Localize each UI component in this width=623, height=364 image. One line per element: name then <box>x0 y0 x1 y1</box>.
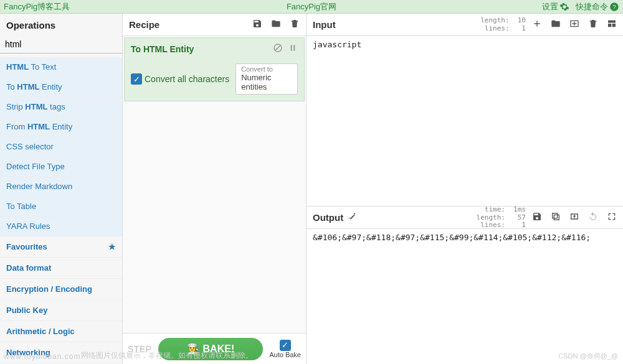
operations-list[interactable]: HTML To Text To HTML Entity Strip HTML t… <box>0 57 122 364</box>
maximize-icon[interactable] <box>607 212 617 223</box>
operations-panel: Operations HTML To Text To HTML Entity S… <box>0 14 123 364</box>
recipe-body[interactable]: To HTML Entity ✓ Convert all characters … <box>123 36 306 333</box>
open-folder-icon[interactable] <box>551 19 561 30</box>
output-header-icons <box>532 212 617 223</box>
auto-bake-label: Auto Bake <box>269 351 301 358</box>
arg-select-label: Convert to <box>241 65 292 73</box>
save-output-icon[interactable] <box>532 212 542 223</box>
operations-title: Operations <box>0 14 122 35</box>
operation-result[interactable]: To HTML Entity <box>0 77 122 97</box>
svg-line-3 <box>275 45 280 50</box>
top-bar: FancyPig博客工具 FancyPig官网 设置 快捷命令 ? <box>0 0 623 14</box>
svg-rect-5 <box>293 45 295 50</box>
recipe-header: Recipe <box>123 14 306 36</box>
svg-rect-8 <box>612 24 616 27</box>
operations-search-input[interactable] <box>0 35 122 54</box>
quick-command-link[interactable]: 快捷命令 ? <box>576 1 619 12</box>
copy-output-icon[interactable] <box>551 212 561 223</box>
recipe-operation-card[interactable]: To HTML Entity ✓ Convert all characters … <box>124 37 305 101</box>
input-title: Input <box>313 19 336 30</box>
settings-link[interactable]: 设置 <box>542 1 569 12</box>
chef-icon: 👨‍🍳 <box>187 343 199 355</box>
checkmark-icon: ✓ <box>131 73 142 85</box>
clear-input-icon[interactable] <box>588 19 598 30</box>
bake-label: BAKE! <box>203 343 235 355</box>
folder-icon[interactable] <box>271 19 281 30</box>
input-header: Input length: 10 lines: 1 <box>307 14 623 36</box>
topbar-center-link[interactable]: FancyPig官网 <box>287 1 336 12</box>
arg-select-value: Numeric entities <box>241 73 292 91</box>
operation-result[interactable]: Detect File Type <box>0 157 122 177</box>
input-pane: Input length: 10 lines: 1 javascript <box>307 14 623 206</box>
svg-rect-7 <box>608 24 611 27</box>
svg-rect-6 <box>608 21 616 23</box>
bake-button[interactable]: 👨‍🍳 BAKE! <box>158 338 264 360</box>
recipe-title: Recipe <box>129 19 159 30</box>
trash-icon[interactable] <box>290 19 300 30</box>
input-header-icons <box>532 19 617 30</box>
output-title: Output <box>313 212 343 223</box>
checkmark-icon: ✓ <box>280 340 291 351</box>
arg-convert-to-select[interactable]: Convert to Numeric entities <box>235 63 298 95</box>
recipe-op-args: ✓ Convert all characters Convert to Nume… <box>125 60 304 101</box>
pause-icon[interactable] <box>288 43 298 55</box>
operation-result[interactable]: Render Markdown <box>0 177 122 197</box>
gear-icon <box>559 2 569 12</box>
input-textarea[interactable]: javascript <box>307 36 623 206</box>
operation-result[interactable]: CSS selector <box>0 137 122 157</box>
operation-result[interactable]: YARA Rules <box>0 217 122 236</box>
operations-search-wrapper <box>0 35 122 54</box>
input-stats: length: 10 lines: 1 <box>480 17 526 32</box>
operation-result[interactable]: To Table <box>0 197 122 217</box>
category-item[interactable]: Encryption / Encoding <box>0 279 122 300</box>
add-tab-icon[interactable] <box>532 19 542 30</box>
io-panel: Input length: 10 lines: 1 javascript Out… <box>307 14 623 364</box>
topbar-right: 设置 快捷命令 ? <box>542 1 619 12</box>
output-pane: Output time: 1ms length: 57 lines: 1 &#1… <box>307 206 623 364</box>
category-item[interactable]: Public Key <box>0 300 122 321</box>
recipe-op-name: To HTML Entity <box>131 44 194 54</box>
arg-checkbox-label: Convert all characters <box>145 74 229 84</box>
bake-row: STEP 👨‍🍳 BAKE! ✓ Auto Bake <box>123 333 306 364</box>
output-textarea[interactable]: &#106;&#97;&#118;&#97;&#115;&#99;&#114;&… <box>307 229 623 364</box>
output-stats: time: 1ms length: 57 lines: 1 <box>477 206 526 228</box>
recipe-panel: Recipe To HTML Entity ✓ <box>123 14 307 364</box>
category-item[interactable]: Networking <box>0 342 122 363</box>
help-icon: ? <box>609 2 619 12</box>
svg-rect-10 <box>553 213 558 218</box>
recipe-op-title-row: To HTML Entity <box>125 38 304 60</box>
recipe-header-icons <box>252 19 300 30</box>
disable-icon[interactable] <box>273 43 283 55</box>
star-icon: ★ <box>108 242 116 251</box>
replace-input-icon[interactable] <box>569 212 579 223</box>
undo-icon[interactable] <box>588 212 598 223</box>
category-item[interactable]: Data format <box>0 258 122 279</box>
operation-result[interactable]: From HTML Entity <box>0 117 122 137</box>
svg-rect-4 <box>291 45 292 50</box>
svg-rect-9 <box>554 215 559 220</box>
quick-label: 快捷命令 <box>576 1 608 12</box>
save-icon[interactable] <box>252 19 262 30</box>
arg-convert-all-checkbox[interactable]: ✓ Convert all characters <box>131 73 229 85</box>
svg-text:?: ? <box>612 4 616 10</box>
settings-label: 设置 <box>542 1 558 12</box>
open-file-icon[interactable] <box>569 19 579 30</box>
step-button[interactable]: STEP <box>128 344 152 354</box>
category-label: Favourites <box>6 242 47 251</box>
category-item[interactable]: Arithmetic / Logic <box>0 321 122 342</box>
main-area: Operations HTML To Text To HTML Entity S… <box>0 14 623 364</box>
magic-icon[interactable] <box>347 212 357 223</box>
category-favourites[interactable]: Favourites ★ <box>0 236 122 258</box>
auto-bake-toggle[interactable]: ✓ Auto Bake <box>269 340 301 358</box>
reset-layout-icon[interactable] <box>607 19 617 30</box>
operation-result[interactable]: HTML To Text <box>0 57 122 77</box>
output-header: Output time: 1ms length: 57 lines: 1 <box>307 207 623 229</box>
topbar-left-link[interactable]: FancyPig博客工具 <box>4 1 70 12</box>
operation-result[interactable]: Strip HTML tags <box>0 97 122 117</box>
